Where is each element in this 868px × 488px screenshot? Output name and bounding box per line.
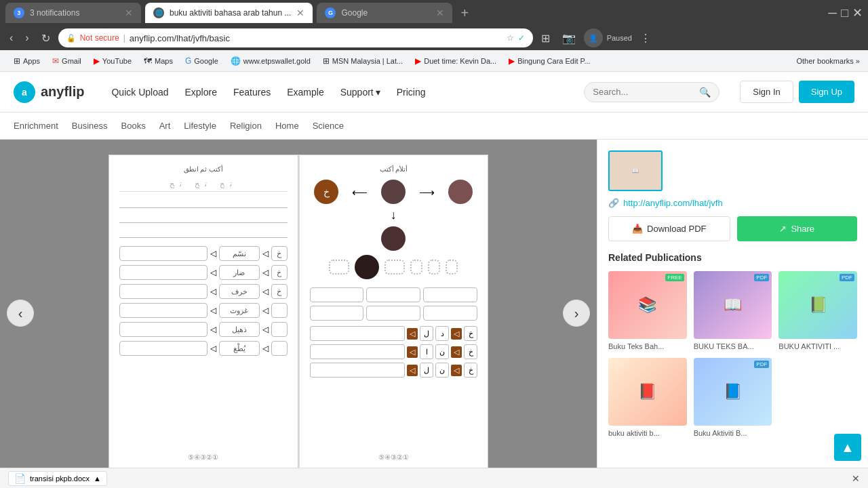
- bookmark-etps[interactable]: 🌐 www.etpswallet.gold: [225, 54, 316, 68]
- signin-button[interactable]: Sign In: [740, 81, 793, 103]
- nav-pricing[interactable]: Pricing: [390, 81, 433, 103]
- download-pdf-button[interactable]: 📥 Download PDF: [608, 216, 730, 241]
- support-dropdown-icon: ▾: [376, 87, 380, 98]
- search-input[interactable]: [593, 87, 694, 97]
- bookmark-youtube[interactable]: ▶ YouTube: [88, 54, 137, 68]
- related-item-4[interactable]: 📕 buku aktiviti b...: [608, 358, 687, 438]
- cat-art[interactable]: Art: [159, 118, 171, 134]
- tab-title-google: Google: [341, 8, 368, 18]
- related-badge-2: PDF: [754, 274, 769, 281]
- bookmark-maps[interactable]: 🗺 Maps: [138, 54, 178, 68]
- publication-link[interactable]: http://anyflip.com/lhat/jvfh: [623, 198, 723, 208]
- cat-lifestyle[interactable]: Lifestyle: [184, 118, 216, 134]
- book-page-right: أتلأم أكتب خ ⟵ ⟶ ↓: [298, 155, 489, 471]
- nav-explore[interactable]: Explore: [178, 81, 224, 103]
- thumbnail-preview: 📖: [608, 150, 857, 191]
- profile-button[interactable]: 👤: [584, 28, 603, 47]
- logo[interactable]: a anyflip: [14, 81, 84, 103]
- tab-anyflip[interactable]: 🌐 buku aktiviti bahasa arab tahun ... ✕: [145, 3, 313, 23]
- site-header: a anyflip Quick Upload Explore Features …: [0, 72, 868, 113]
- download-file-icon: 📄: [14, 473, 26, 484]
- scroll-top-button[interactable]: ▲: [834, 434, 861, 461]
- bookmark-google-label: Google: [194, 57, 218, 65]
- bookmark-bingung[interactable]: ▶ Bingung Cara Edit P...: [503, 54, 595, 68]
- related-label-3: BUKU AKTIVITI ...: [778, 342, 857, 351]
- verified-icon: ✓: [518, 33, 525, 43]
- bookmark-gmail[interactable]: ✉ Gmail: [47, 54, 87, 68]
- extensions-button[interactable]: ⊞: [537, 30, 554, 46]
- related-thumb-2: 📖 PDF: [694, 271, 772, 339]
- related-item-3[interactable]: 📗 PDF BUKU AKTIVITI ...: [778, 271, 857, 351]
- header-search: 🔍: [584, 82, 719, 102]
- link-icon: 🔗: [608, 198, 619, 208]
- new-tab-button[interactable]: +: [456, 5, 473, 21]
- bookmark-duet[interactable]: ▶ Duet time: Kevin Da...: [410, 54, 502, 68]
- paused-label: Paused: [607, 34, 632, 42]
- bookmark-maps-label: Maps: [155, 57, 173, 65]
- nav-quick-upload[interactable]: Quick Upload: [104, 81, 175, 103]
- book-page-left: أكتب ثم انطق تح تح تح ◁ نسّم: [108, 155, 298, 471]
- sidebar-link: 🔗 http://anyflip.com/lhat/jvfh: [608, 198, 857, 208]
- bookmark-msn[interactable]: ⊞ MSN Malaysia | Lat...: [317, 54, 408, 68]
- cat-science[interactable]: Science: [313, 118, 344, 134]
- related-item-1[interactable]: 📚 FREE Buku Teks Bah...: [608, 271, 687, 351]
- related-grid: 📚 FREE Buku Teks Bah... 📖 PDF BUKU TEKS …: [608, 271, 857, 439]
- maps-icon: 🗺: [144, 56, 152, 66]
- search-box[interactable]: 🔍: [584, 82, 719, 102]
- related-publications: Related Publications 📚 FREE Buku Teks Ba…: [608, 252, 857, 439]
- bottom-bar: 📄 transisi pkpb.docx ▲ ✕: [0, 468, 868, 488]
- bookmark-apps-label: Apps: [23, 57, 40, 65]
- share-button[interactable]: ↗ Share: [737, 216, 858, 241]
- sidebar: 📖 🔗 http://anyflip.com/lhat/jvfh 📥 Downl…: [597, 140, 868, 487]
- bookmark-apps[interactable]: ⊞ Apps: [8, 54, 45, 68]
- related-item-2[interactable]: 📖 PDF BUKU TEKS BA...: [694, 271, 772, 351]
- category-nav: Enrichment Business Books Art Lifestyle …: [0, 113, 868, 140]
- tab-notifications[interactable]: 3 3 notifications ✕: [5, 3, 141, 23]
- nav-example[interactable]: Example: [280, 81, 330, 103]
- prev-page-button[interactable]: ‹: [7, 300, 34, 327]
- close-browser-button[interactable]: ✕: [852, 5, 863, 20]
- cat-books[interactable]: Books: [121, 118, 146, 134]
- address-bar[interactable]: 🔓 Not secure | anyflip.com/lhat/jvfh/bas…: [58, 28, 533, 47]
- tab-title-anyflip: buku aktiviti bahasa arab tahun ...: [170, 8, 291, 18]
- msn-icon: ⊞: [323, 56, 330, 66]
- close-download-bar-button[interactable]: ✕: [852, 473, 860, 484]
- nav-features[interactable]: Features: [226, 81, 277, 103]
- browser-chrome: 3 3 notifications ✕ 🌐 buku aktiviti baha…: [0, 0, 868, 26]
- tab-favicon-anyflip: 🌐: [153, 7, 164, 18]
- google-icon: G: [185, 56, 191, 66]
- main-page: a anyflip Quick Upload Explore Features …: [0, 72, 868, 488]
- other-bookmarks[interactable]: Other bookmarks »: [796, 57, 860, 65]
- tab-google[interactable]: G Google ✕: [317, 3, 452, 23]
- cat-business[interactable]: Business: [72, 118, 108, 134]
- back-button[interactable]: ‹: [5, 30, 17, 45]
- cat-enrichment[interactable]: Enrichment: [14, 118, 58, 134]
- minimize-button[interactable]: ─: [828, 6, 837, 20]
- menu-button[interactable]: ⋮: [636, 30, 655, 46]
- cat-religion[interactable]: Religion: [230, 118, 262, 134]
- next-page-button[interactable]: ›: [563, 300, 590, 327]
- address-bar-row: ‹ › ↻ 🔓 Not secure | anyflip.com/lhat/jv…: [0, 26, 868, 50]
- related-item-5[interactable]: 📘 PDF Buku Aktiviti B...: [694, 358, 772, 438]
- tab-close-notifications[interactable]: ✕: [125, 7, 133, 18]
- screenshot-button[interactable]: 📷: [558, 30, 580, 46]
- gmail-icon: ✉: [52, 56, 59, 66]
- sidebar-actions: 📥 Download PDF ↗ Share: [608, 216, 857, 241]
- nav-support[interactable]: Support ▾: [334, 81, 387, 103]
- related-label-1: Buku Teks Bah...: [608, 342, 687, 351]
- bookmark-star-icon[interactable]: ☆: [507, 33, 514, 43]
- signup-button[interactable]: Sign Up: [799, 81, 854, 103]
- related-title: Related Publications: [608, 252, 857, 263]
- related-label-2: BUKU TEKS BA...: [694, 342, 772, 351]
- tab-close-google[interactable]: ✕: [436, 7, 444, 18]
- cat-home[interactable]: Home: [275, 118, 299, 134]
- bookmark-google[interactable]: G Google: [180, 54, 224, 68]
- refresh-button[interactable]: ↻: [37, 30, 54, 46]
- tab-close-anyflip[interactable]: ✕: [296, 7, 304, 18]
- book-viewer: ‹ أكتب ثم انطق تح تح تح: [0, 140, 597, 487]
- maximize-button[interactable]: □: [841, 6, 848, 20]
- duet-icon: ▶: [415, 56, 421, 66]
- search-icon: 🔍: [699, 87, 711, 98]
- header-buttons: Sign In Sign Up: [740, 81, 854, 103]
- forward-button[interactable]: ›: [21, 30, 33, 45]
